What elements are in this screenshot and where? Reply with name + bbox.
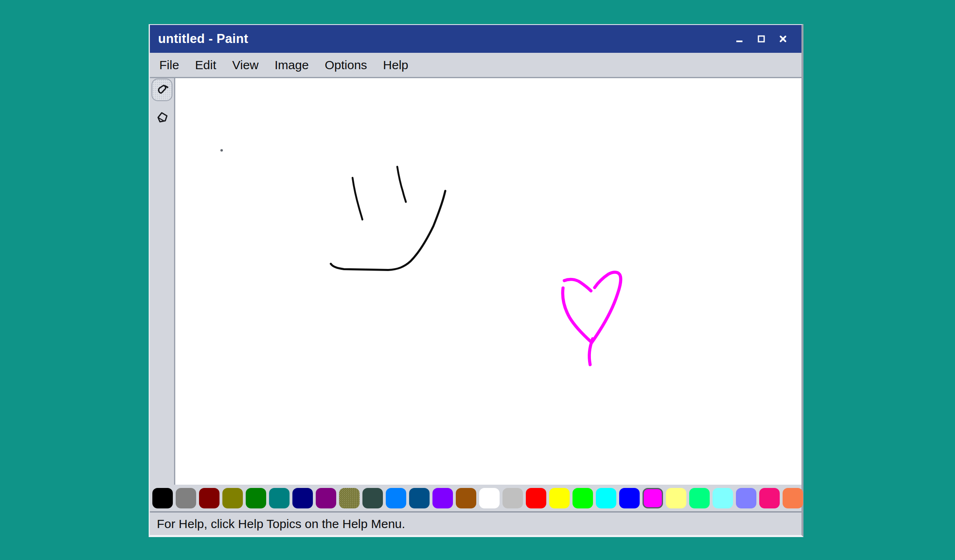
drawing-svg bbox=[175, 78, 801, 485]
color-swatch-ff0000[interactable] bbox=[526, 488, 546, 508]
menu-item-help[interactable]: Help bbox=[383, 58, 408, 72]
color-swatch-c0c0c0[interactable] bbox=[502, 488, 523, 508]
menu-item-file[interactable]: File bbox=[159, 58, 179, 72]
color-swatch-80ffff[interactable] bbox=[713, 488, 733, 508]
color-swatch-9a5207[interactable] bbox=[456, 488, 476, 508]
color-swatch-008000[interactable] bbox=[246, 488, 266, 508]
color-swatch-808080[interactable] bbox=[176, 488, 196, 508]
color-swatch-2e4a45[interactable] bbox=[362, 488, 383, 508]
color-swatch-8080ff[interactable] bbox=[736, 488, 756, 508]
stroke-stray-dot bbox=[220, 149, 223, 151]
stroke-heart-right-lobe-and-side bbox=[592, 272, 621, 343]
menu-item-image[interactable]: Image bbox=[275, 58, 309, 72]
color-swatch-ff00ff[interactable] bbox=[643, 488, 663, 508]
color-swatch-8000ff[interactable] bbox=[432, 488, 453, 508]
main-area bbox=[150, 78, 801, 485]
window-title: untitled - Paint bbox=[158, 32, 248, 46]
eraser-icon bbox=[156, 111, 169, 125]
color-swatch-ffff80[interactable] bbox=[666, 488, 686, 508]
menu-item-edit[interactable]: Edit bbox=[195, 58, 216, 72]
status-bar: For Help, click Help Topics on the Help … bbox=[150, 513, 801, 535]
desktop: { "desktop": { "background": "#0f9488" }… bbox=[0, 0, 955, 560]
stroke-heart-tail bbox=[589, 339, 593, 365]
minimize-icon bbox=[736, 35, 743, 43]
color-swatch-800000[interactable] bbox=[199, 488, 220, 508]
menu-bar: FileEditViewImageOptionsHelp bbox=[150, 53, 801, 78]
color-swatch-f50f7a[interactable] bbox=[759, 488, 780, 508]
stroke-heart-left-lobe bbox=[564, 279, 591, 291]
color-swatch-808040[interactable] bbox=[339, 488, 360, 508]
tool-brush-button[interactable] bbox=[152, 79, 172, 101]
color-swatch-00ffff[interactable] bbox=[596, 488, 616, 508]
color-swatch-800080[interactable] bbox=[316, 488, 336, 508]
menu-item-view[interactable]: View bbox=[232, 58, 258, 72]
tool-eraser-button[interactable] bbox=[152, 106, 172, 129]
color-swatch-0080ff[interactable] bbox=[386, 488, 406, 508]
stroke-smiley-mouth bbox=[331, 191, 446, 270]
close-button[interactable] bbox=[778, 34, 788, 43]
color-swatch-ffffff[interactable] bbox=[479, 488, 500, 508]
window-controls bbox=[735, 34, 788, 43]
close-icon bbox=[779, 35, 787, 43]
color-swatch-0000ff[interactable] bbox=[619, 488, 640, 508]
color-swatch-ffff00[interactable] bbox=[549, 488, 570, 508]
color-swatch-000080[interactable] bbox=[292, 488, 313, 508]
color-swatch-000000[interactable] bbox=[152, 488, 173, 508]
brush-icon bbox=[155, 82, 169, 97]
stroke-smiley-right-eye bbox=[397, 167, 406, 202]
maximize-button[interactable] bbox=[757, 34, 766, 43]
drawing-canvas[interactable] bbox=[175, 78, 801, 485]
menu-item-options[interactable]: Options bbox=[325, 58, 367, 72]
tool-box bbox=[150, 78, 175, 485]
color-palette bbox=[150, 485, 801, 513]
title-bar[interactable]: untitled - Paint bbox=[150, 25, 801, 53]
color-swatch-00ff00[interactable] bbox=[573, 488, 593, 508]
color-swatch-f97d4b[interactable] bbox=[783, 488, 803, 508]
stroke-heart-left-side bbox=[563, 288, 592, 343]
minimize-button[interactable] bbox=[735, 34, 744, 43]
color-swatch-004f87[interactable] bbox=[409, 488, 430, 508]
paint-window: untitled - Paint FileEditViewImageOption… bbox=[149, 24, 803, 537]
maximize-icon bbox=[758, 35, 765, 43]
color-swatch-00ff80[interactable] bbox=[689, 488, 710, 508]
color-swatch-008080[interactable] bbox=[269, 488, 290, 508]
stroke-smiley-left-eye bbox=[353, 178, 362, 219]
color-swatch-808000[interactable] bbox=[222, 488, 243, 508]
status-text: For Help, click Help Topics on the Help … bbox=[157, 517, 405, 531]
